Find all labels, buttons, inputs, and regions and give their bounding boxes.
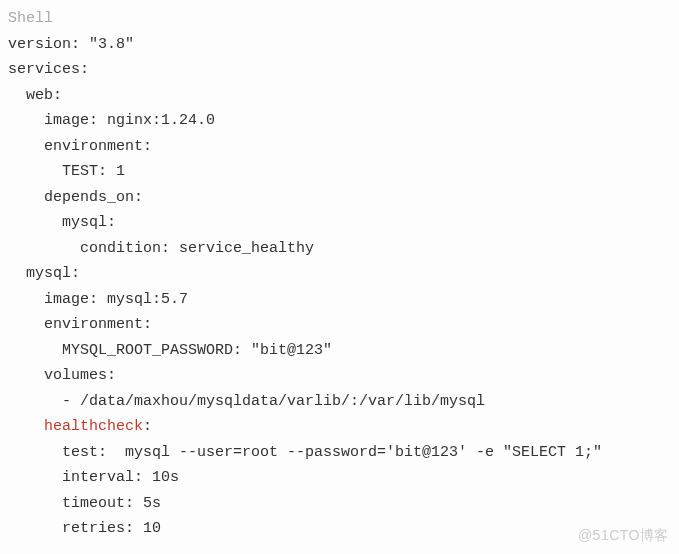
code-line: timeout: 5s [8, 495, 161, 512]
code-line: test: mysql --user=root --password='bit@… [8, 444, 602, 461]
code-line: environment: [8, 138, 152, 155]
highlight-healthcheck: healthcheck [44, 418, 143, 435]
code-line: web: [8, 87, 62, 104]
code-line: MYSQL_ROOT_PASSWORD: "bit@123" [8, 342, 332, 359]
code-line: version: "3.8" [8, 36, 134, 53]
code-line: retries: 10 [8, 520, 161, 537]
code-line: volumes: [8, 367, 116, 384]
code-line: - /data/maxhou/mysqldata/varlib/:/var/li… [8, 393, 485, 410]
language-label: Shell [8, 10, 53, 27]
code-line: mysql: [8, 214, 116, 231]
code-line: depends_on: [8, 189, 143, 206]
code-line: image: mysql:5.7 [8, 291, 188, 308]
code-block: Shell version: "3.8" services: web: imag… [0, 0, 679, 550]
code-line: mysql: [8, 265, 80, 282]
code-line: TEST: 1 [8, 163, 125, 180]
code-line: services: [8, 61, 89, 78]
code-line: environment: [8, 316, 152, 333]
code-line-healthcheck: healthcheck: [8, 418, 152, 435]
code-line: condition: service_healthy [8, 240, 314, 257]
code-line: interval: 10s [8, 469, 179, 486]
code-line: image: nginx:1.24.0 [8, 112, 215, 129]
watermark: @51CTO博客 [578, 524, 669, 548]
